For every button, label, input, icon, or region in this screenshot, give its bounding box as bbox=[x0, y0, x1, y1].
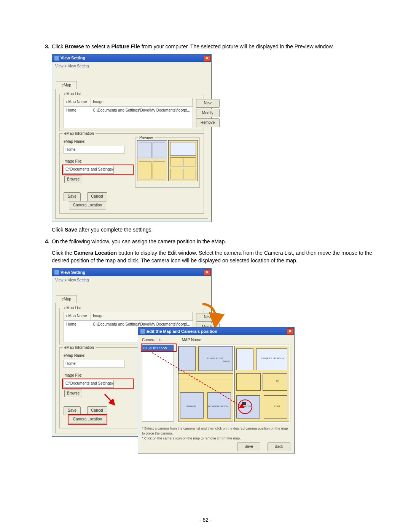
window-title: View Setting bbox=[61, 270, 85, 276]
group-emap-list: eMap List bbox=[63, 91, 82, 97]
step-number: 3. bbox=[38, 43, 52, 234]
group-emap-info: eMap Information bbox=[63, 131, 96, 137]
remove-button[interactable]: Remove bbox=[196, 118, 220, 127]
page-number: - 62 - bbox=[0, 517, 411, 523]
tip-text: * Select a camera from the camera list a… bbox=[142, 426, 290, 436]
camera-list-item[interactable]: 07_ADB1777W bbox=[142, 345, 174, 351]
floorplan-preview bbox=[137, 140, 198, 181]
step-body: Click Browse to select a Picture File fr… bbox=[52, 43, 373, 234]
emap-name-field[interactable]: Home bbox=[64, 146, 124, 154]
emap-name-field[interactable]: Home bbox=[64, 360, 124, 368]
save-button[interactable]: Save bbox=[64, 192, 81, 201]
breadcrumb: View > View Setting bbox=[52, 276, 211, 285]
map-editor[interactable]: DINING ROOM MUSIC GARAGE GATHERING ROOM bbox=[177, 345, 290, 423]
preview-panel: Preview bbox=[135, 137, 200, 188]
view-setting-window: View Setting ✕ View > View Setting eMap … bbox=[52, 54, 212, 222]
step-body: On the following window, you can assign … bbox=[52, 238, 373, 449]
window-title: Edit the Map and Camera's position bbox=[147, 329, 217, 335]
camera-location-button[interactable]: Camera Location bbox=[69, 415, 106, 424]
close-icon[interactable]: ✕ bbox=[287, 328, 293, 335]
app-icon bbox=[140, 329, 145, 334]
window-titlebar: Edit the Map and Camera's position ✕ bbox=[138, 328, 294, 335]
window-titlebar: View Setting ✕ bbox=[52, 268, 211, 276]
image-file-field[interactable]: C:\Documents and Settings\Dave\My Docum bbox=[64, 166, 114, 174]
close-icon[interactable]: ✕ bbox=[204, 55, 210, 62]
close-icon[interactable]: ✕ bbox=[204, 269, 210, 276]
edit-save-button[interactable]: Save bbox=[237, 443, 260, 451]
tab-emap[interactable]: eMap bbox=[56, 81, 77, 89]
camera-icon[interactable] bbox=[242, 402, 246, 405]
app-icon bbox=[54, 270, 59, 275]
camera-location-button[interactable]: Camera Location bbox=[69, 201, 106, 210]
map-name-label: MAP Name: bbox=[182, 337, 202, 343]
modify-button[interactable]: Modify bbox=[196, 109, 220, 118]
cancel-button[interactable]: Cancel bbox=[87, 192, 107, 201]
cancel-button[interactable]: Cancel bbox=[87, 406, 107, 415]
group-emap-list: eMap List bbox=[63, 305, 82, 311]
camera-list-label: Camera List: bbox=[142, 337, 164, 343]
group-emap-info: eMap Information bbox=[63, 345, 96, 351]
app-icon bbox=[54, 56, 59, 61]
edit-back-button[interactable]: Back bbox=[268, 443, 290, 451]
svg-line-0 bbox=[105, 394, 115, 405]
browse-button[interactable]: Browse bbox=[64, 390, 82, 398]
window-title: View Setting bbox=[61, 55, 85, 61]
edit-map-window: Edit the Map and Camera's position ✕ Cam… bbox=[138, 327, 295, 454]
breadcrumb: View > View Setting bbox=[52, 62, 211, 71]
new-button[interactable]: New bbox=[196, 99, 220, 108]
tab-emap[interactable]: eMap bbox=[56, 295, 77, 304]
new-button[interactable]: New bbox=[196, 313, 220, 322]
image-file-label: Image File: bbox=[64, 159, 132, 165]
tip-text: * Click on the camera icon on the map to… bbox=[142, 436, 290, 441]
step-number: 4. bbox=[38, 238, 52, 449]
window-titlebar: View Setting ✕ bbox=[52, 54, 211, 62]
browse-button[interactable]: Browse bbox=[64, 176, 82, 184]
emap-name-label: eMap Name: bbox=[64, 139, 132, 145]
image-file-field[interactable]: C:\Documents and Settings\Dave\My Docum bbox=[64, 380, 114, 388]
save-button[interactable]: Save bbox=[64, 406, 81, 415]
list-item[interactable]: Home C:\Documents and Settings\Dave\My D… bbox=[64, 107, 193, 115]
list-header: eMap Name Image bbox=[64, 98, 193, 107]
